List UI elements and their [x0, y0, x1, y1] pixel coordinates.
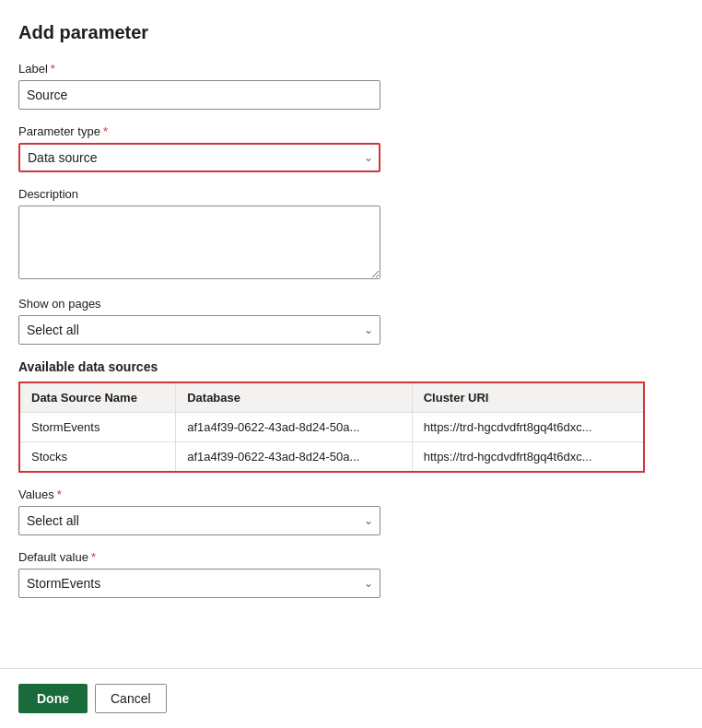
- col-header-database: Database: [176, 382, 413, 413]
- default-value-required-star: *: [91, 550, 96, 564]
- row-2-name: Stocks: [19, 442, 176, 473]
- row-1-database: af1a4f39-0622-43ad-8d24-50a...: [176, 413, 413, 442]
- available-data-sources-section: Available data sources Data Source Name …: [18, 359, 684, 473]
- table-header-row: Data Source Name Database Cluster URI: [19, 382, 644, 413]
- done-button[interactable]: Done: [18, 684, 88, 713]
- parameter-type-required-star: *: [103, 124, 108, 138]
- data-sources-table: Data Source Name Database Cluster URI St…: [18, 382, 645, 473]
- footer: Done Cancel: [0, 668, 702, 728]
- default-value-label: Default value *: [18, 550, 684, 564]
- default-value-field: Default value * StormEvents Stocks ⌄: [18, 550, 684, 598]
- page-title: Add parameter: [18, 22, 684, 43]
- table-row[interactable]: StormEvents af1a4f39-0622-43ad-8d24-50a.…: [19, 413, 644, 442]
- show-on-pages-field: Show on pages Select all ⌄: [18, 297, 684, 345]
- description-field: Description: [18, 187, 684, 282]
- available-data-sources-title: Available data sources: [18, 359, 684, 374]
- description-textarea[interactable]: [18, 205, 380, 279]
- description-label: Description: [18, 187, 684, 201]
- table-row[interactable]: Stocks af1a4f39-0622-43ad-8d24-50a... ht…: [19, 442, 644, 473]
- label-field: Label *: [18, 62, 684, 110]
- show-on-pages-select[interactable]: Select all: [18, 315, 380, 345]
- default-value-select[interactable]: StormEvents Stocks: [18, 569, 380, 598]
- parameter-type-label: Parameter type *: [18, 124, 684, 138]
- label-input[interactable]: [18, 80, 380, 110]
- values-wrapper: Select all ⌄: [18, 506, 380, 535]
- values-select[interactable]: Select all: [18, 506, 380, 535]
- row-2-cluster: https://trd-hgcdvdfrt8gq4t6dxc...: [412, 442, 644, 473]
- default-value-wrapper: StormEvents Stocks ⌄: [18, 569, 380, 598]
- show-on-pages-label: Show on pages: [18, 297, 684, 311]
- row-1-name: StormEvents: [19, 413, 176, 442]
- label-required-star: *: [51, 62, 55, 76]
- values-label: Values *: [18, 487, 684, 501]
- col-header-cluster: Cluster URI: [412, 382, 644, 413]
- row-1-cluster: https://trd-hgcdvdfrt8gq4t6dxc...: [412, 413, 644, 442]
- show-on-pages-wrapper: Select all ⌄: [18, 315, 380, 345]
- label-field-label: Label *: [18, 62, 684, 76]
- values-field: Values * Select all ⌄: [18, 487, 684, 535]
- parameter-type-select[interactable]: Data source Text Number Date: [18, 143, 380, 172]
- row-2-database: af1a4f39-0622-43ad-8d24-50a...: [176, 442, 413, 473]
- cancel-button[interactable]: Cancel: [95, 684, 167, 713]
- col-header-name: Data Source Name: [19, 382, 176, 413]
- parameter-type-wrapper: Data source Text Number Date ⌄: [18, 143, 380, 172]
- parameter-type-field: Parameter type * Data source Text Number…: [18, 124, 684, 172]
- values-required-star: *: [57, 487, 62, 501]
